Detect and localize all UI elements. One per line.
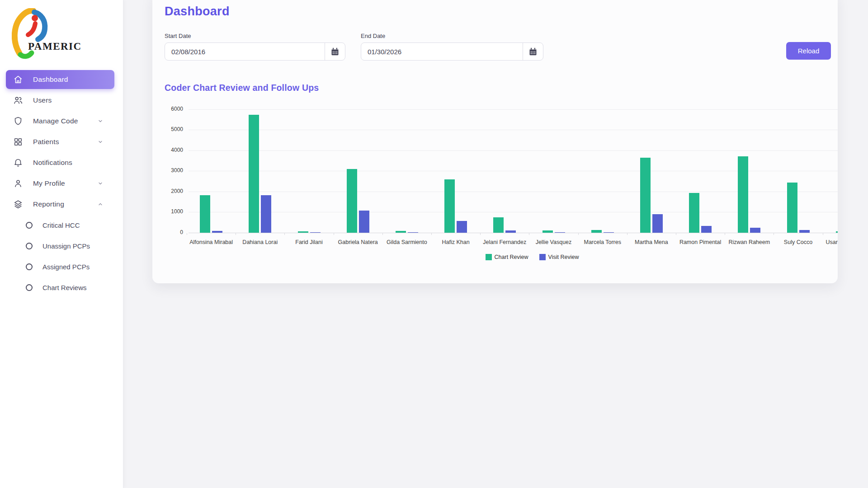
- gridline: [189, 130, 838, 130]
- chevron-down-icon: [98, 139, 103, 145]
- shield-icon: [13, 116, 23, 126]
- sidebar-item-my-profile[interactable]: My Profile: [6, 173, 114, 194]
- sidebar-item-notifications[interactable]: Notifications: [6, 152, 114, 173]
- bar-chart-review-gilda-sarmiento[interactable]: [396, 231, 406, 233]
- bar-visit-review-martha-mena[interactable]: [652, 214, 663, 233]
- y-axis-tick-label: 4000: [161, 147, 183, 153]
- bar-chart-review-hafiz-khan[interactable]: [444, 179, 455, 233]
- x-axis-line: [189, 233, 838, 233]
- bar-chart-review-rizwan-raheem[interactable]: [738, 156, 748, 233]
- x-axis-tick: [676, 233, 676, 235]
- bar-visit-review-gilda-sarmiento[interactable]: [408, 232, 418, 233]
- sidebar-item-label: Users: [33, 96, 52, 104]
- bar-chart-review-jellie-vasquez[interactable]: [542, 230, 553, 233]
- legend-item-chart-review[interactable]: Chart Review: [486, 253, 528, 261]
- chart-legend: Chart ReviewVisit Review: [208, 253, 838, 261]
- gridline: [189, 109, 838, 110]
- x-axis-tick: [480, 233, 481, 235]
- sidebar-item-label: Manage Code: [33, 117, 78, 125]
- y-axis-tick-label: 3000: [161, 167, 183, 174]
- x-axis-tick: [725, 233, 725, 235]
- sidebar-item-dashboard[interactable]: Dashboard: [6, 70, 114, 89]
- x-axis-category-label: Hafiz Khan: [431, 239, 480, 245]
- main-content-card: Dashboard Start Date End Date: [152, 0, 838, 283]
- grid-icon: [13, 137, 23, 147]
- bar-chart-review-jelani-fernandez[interactable]: [493, 217, 504, 233]
- x-axis-category-label: Jellie Vasquez: [529, 239, 578, 245]
- legend-swatch-icon: [539, 254, 546, 260]
- x-axis-category-label: Ramon Pimental: [676, 239, 725, 245]
- bar-visit-review-farid-jilani[interactable]: [310, 232, 321, 233]
- legend-label: Chart Review: [495, 254, 528, 260]
- legend-swatch-icon: [486, 254, 492, 260]
- bar-visit-review-alfonsina-mirabal[interactable]: [212, 231, 222, 233]
- bar-visit-review-dahiana-lorai[interactable]: [261, 195, 271, 233]
- bar-chart-review-suly-cocco[interactable]: [787, 183, 797, 233]
- bar-visit-review-hafiz-khan[interactable]: [457, 221, 467, 233]
- bar-chart-review-usar[interactable]: [836, 231, 838, 233]
- sidebar-item-label: Dashboard: [33, 75, 68, 84]
- bar-visit-review-gabriela-natera[interactable]: [359, 211, 369, 233]
- sidebar-item-label: Reporting: [33, 200, 64, 208]
- sidebar-subitem-assigned-pcps[interactable]: Assigned PCPs: [0, 256, 123, 277]
- x-axis-tick: [382, 233, 383, 235]
- sidebar-subitem-critical-hcc[interactable]: Critical HCC: [0, 215, 123, 235]
- bar-visit-review-suly-cocco[interactable]: [799, 230, 810, 233]
- y-axis-tick-label: 0: [161, 229, 183, 235]
- x-axis-tick: [774, 233, 774, 235]
- sidebar-item-label: Notifications: [33, 159, 72, 167]
- coder-chart-review-bar-chart: 0100020003000400050006000Alfonsina Mirab…: [152, 0, 838, 283]
- sidebar-item-label: Patients: [33, 138, 59, 146]
- x-axis-category-label: Usar: [823, 239, 838, 245]
- x-axis-tick: [187, 233, 187, 235]
- circle-icon: [26, 222, 33, 229]
- bar-visit-review-jellie-vasquez[interactable]: [555, 232, 565, 233]
- sidebar-item-patients[interactable]: Patients: [6, 131, 114, 152]
- sidebar-item-label: My Profile: [33, 179, 65, 188]
- x-axis-category-label: Dahiana Lorai: [236, 239, 284, 245]
- sidebar-subitem-label: Assigned PCPs: [42, 263, 90, 271]
- bar-visit-review-marcela-torres[interactable]: [604, 232, 614, 233]
- sidebar-subitem-label: Unassign PCPs: [42, 242, 90, 250]
- x-axis-category-label: Alfonsina Mirabal: [187, 239, 236, 245]
- bell-icon: [13, 158, 23, 168]
- sidebar-subitem-chart-reviews[interactable]: Chart Reviews: [0, 277, 123, 298]
- sidebar-item-users[interactable]: Users: [6, 90, 114, 111]
- sidebar-subitem-unassign-pcps[interactable]: Unassign PCPs: [0, 235, 123, 256]
- x-axis-category-label: Gilda Sarmiento: [382, 239, 431, 245]
- bar-chart-review-martha-mena[interactable]: [640, 158, 651, 233]
- users-icon: [13, 95, 23, 105]
- x-axis-tick: [284, 233, 285, 235]
- user-icon: [13, 178, 23, 188]
- y-axis-tick-label: 5000: [161, 126, 183, 132]
- x-axis-category-label: Gabriela Natera: [334, 239, 382, 245]
- bar-chart-review-ramon-pimental[interactable]: [689, 193, 699, 233]
- x-axis-tick: [334, 233, 334, 235]
- circle-icon: [26, 263, 33, 270]
- bar-visit-review-rizwan-raheem[interactable]: [750, 228, 760, 233]
- bar-chart-review-alfonsina-mirabal[interactable]: [200, 195, 210, 233]
- bar-chart-review-marcela-torres[interactable]: [591, 230, 602, 233]
- sidebar-item-manage-code[interactable]: Manage Code: [6, 111, 114, 131]
- y-axis-tick-label: 6000: [161, 106, 183, 112]
- x-axis-tick: [431, 233, 432, 235]
- sidebar-item-reporting[interactable]: Reporting: [6, 194, 114, 215]
- bar-visit-review-ramon-pimental[interactable]: [701, 226, 712, 233]
- x-axis-category-label: Rizwan Raheem: [725, 239, 774, 245]
- chevron-down-icon: [98, 181, 103, 186]
- x-axis-category-label: Marcela Torres: [578, 239, 627, 245]
- reporting-submenu: Critical HCCUnassign PCPsAssigned PCPsCh…: [0, 215, 123, 298]
- pameric-logo-icon: [12, 8, 49, 61]
- circle-icon: [26, 284, 33, 291]
- bar-chart-review-dahiana-lorai[interactable]: [249, 115, 259, 233]
- x-axis-tick: [578, 233, 579, 235]
- brand-logo[interactable]: PAMERIC: [12, 7, 111, 61]
- legend-item-visit-review[interactable]: Visit Review: [539, 253, 579, 261]
- bar-chart-review-gabriela-natera[interactable]: [347, 169, 357, 233]
- sidebar-subitem-label: Chart Reviews: [42, 284, 87, 291]
- x-axis-category-label: Martha Mena: [627, 239, 676, 245]
- bar-visit-review-jelani-fernandez[interactable]: [505, 230, 516, 233]
- x-axis-tick: [823, 233, 823, 235]
- bar-chart-review-farid-jilani[interactable]: [298, 231, 308, 233]
- chevron-up-icon: [98, 202, 103, 207]
